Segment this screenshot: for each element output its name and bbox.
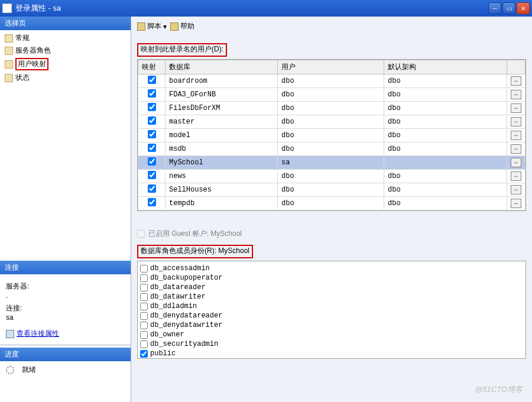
map-checkbox[interactable] — [148, 184, 156, 193]
cell-db: model — [166, 129, 278, 142]
map-checkbox[interactable] — [148, 157, 156, 166]
table-row[interactable]: tempdbdbodbo… — [138, 197, 525, 210]
cell-db: SellHouses — [166, 183, 278, 197]
role-checkbox[interactable] — [140, 322, 148, 329]
browse-schema-button[interactable]: … — [511, 131, 521, 140]
cell-user: dbo — [278, 170, 384, 183]
browse-schema-button[interactable]: … — [511, 144, 521, 154]
spinner-icon — [6, 366, 14, 374]
sidebar-item-label: 用户映射 — [18, 60, 46, 68]
cell-user: dbo — [278, 142, 384, 156]
map-checkbox[interactable] — [148, 144, 156, 152]
sidebar-item-0[interactable]: 常规 — [0, 32, 131, 44]
sidebar-item-2[interactable]: 用户映射 — [0, 57, 131, 72]
map-checkbox[interactable] — [148, 171, 156, 179]
col-db[interactable]: 数据库 — [166, 60, 278, 74]
server-value: . — [6, 291, 125, 300]
map-checkbox[interactable] — [148, 89, 156, 98]
table-row[interactable]: newsdbodbo… — [138, 170, 525, 183]
cell-db: FDA3_OForNB — [166, 88, 278, 102]
role-item[interactable]: db_ddladmin — [140, 302, 523, 311]
role-item[interactable]: db_owner — [140, 330, 523, 339]
cell-db: msdb — [166, 142, 278, 156]
mapping-label: 映射到此登录名的用户(D): — [141, 45, 223, 53]
browse-schema-button[interactable]: … — [511, 185, 521, 194]
minimize-button[interactable]: ─ — [488, 2, 501, 14]
role-item[interactable]: db_datawriter — [140, 292, 523, 302]
progress-status: 就绪 — [22, 365, 36, 374]
role-item[interactable]: db_accessadmin — [140, 264, 523, 273]
map-checkbox[interactable] — [148, 130, 156, 138]
map-checkbox[interactable] — [148, 103, 156, 111]
mapping-label-highlight: 映射到此登录名的用户(D): — [137, 43, 227, 57]
role-name: db_datareader — [150, 283, 206, 291]
role-item[interactable]: db_denydatareader — [140, 311, 523, 320]
role-item[interactable]: db_denydatawriter — [140, 320, 523, 330]
col-user[interactable]: 用户 — [278, 60, 384, 74]
map-checkbox[interactable] — [148, 198, 156, 206]
map-checkbox[interactable] — [148, 76, 156, 84]
mapping-table: 映射 数据库 用户 默认架构 boardroomdbodbo…FDA3_OFor… — [138, 60, 525, 210]
cell-db: tempdb — [166, 197, 278, 210]
role-name: db_denydatawriter — [150, 321, 222, 329]
role-checkbox[interactable] — [140, 265, 148, 273]
server-label: 服务器: — [6, 281, 125, 291]
cell-user: sa — [278, 156, 384, 170]
guest-label: 已启用 Guest 帐户: MySchool — [148, 229, 242, 239]
role-name: db_denydatareader — [150, 312, 222, 320]
table-row[interactable]: FDA3_OForNBdbodbo… — [138, 88, 525, 102]
sidebar-item-1[interactable]: 服务器角色 — [0, 44, 131, 57]
sidebar-item-3[interactable]: 状态 — [0, 72, 131, 84]
table-row[interactable]: boardroomdbodbo… — [138, 74, 525, 88]
browse-schema-button[interactable]: … — [511, 117, 521, 127]
dropdown-icon: ▾ — [163, 22, 167, 31]
script-button[interactable]: 脚本 ▾ — [137, 21, 167, 31]
maximize-button[interactable]: ▭ — [502, 2, 515, 14]
role-item[interactable]: db_securityadmin — [140, 339, 523, 349]
map-checkbox[interactable] — [148, 116, 156, 125]
sidebar-item-label: 常规 — [15, 33, 30, 43]
browse-schema-button[interactable]: … — [511, 171, 521, 181]
sidebar-item-label: 状态 — [15, 73, 30, 83]
cell-schema: dbo — [384, 142, 507, 156]
window-buttons: ─ ▭ ✕ — [488, 2, 530, 14]
browse-schema-button[interactable]: … — [511, 158, 521, 167]
table-row[interactable]: masterdbodbo… — [138, 115, 525, 129]
browse-schema-button[interactable]: … — [511, 76, 521, 86]
help-label: 帮助 — [180, 21, 194, 31]
page-icon — [5, 47, 13, 55]
view-connection-props-link[interactable]: 查看连接属性 — [17, 329, 59, 339]
browse-schema-button[interactable]: … — [511, 199, 521, 208]
watermark: @51CTO博客 — [475, 384, 523, 395]
table-row[interactable]: MySchoolsa… — [138, 156, 525, 170]
browse-schema-button[interactable]: … — [511, 103, 521, 113]
app-icon — [2, 4, 12, 13]
toolbar: 脚本 ▾ 帮助 — [137, 20, 526, 36]
browse-schema-button[interactable]: … — [511, 90, 521, 99]
cell-user: dbo — [278, 88, 384, 102]
help-button[interactable]: 帮助 — [170, 21, 194, 31]
role-item[interactable]: db_datareader — [140, 283, 523, 292]
role-checkbox[interactable] — [140, 350, 148, 358]
role-checkbox[interactable] — [140, 341, 148, 348]
col-schema[interactable]: 默认架构 — [384, 60, 507, 74]
table-row[interactable]: msdbdbodbo… — [138, 142, 525, 156]
role-item[interactable]: db_backupoperator — [140, 273, 523, 283]
nav-list: 常规服务器角色用户映射状态 — [0, 30, 131, 86]
cell-user: dbo — [278, 197, 384, 210]
role-checkbox[interactable] — [140, 303, 148, 310]
role-checkbox[interactable] — [140, 293, 148, 301]
close-button[interactable]: ✕ — [517, 2, 530, 14]
role-item[interactable]: public — [140, 349, 523, 358]
help-icon — [170, 22, 179, 31]
role-checkbox[interactable] — [140, 331, 148, 339]
cell-user: dbo — [278, 183, 384, 197]
role-checkbox[interactable] — [140, 312, 148, 320]
table-row[interactable]: SellHousesdbodbo… — [138, 183, 525, 197]
col-map[interactable]: 映射 — [138, 60, 166, 74]
table-row[interactable]: modeldbodbo… — [138, 129, 525, 142]
role-checkbox[interactable] — [140, 284, 148, 291]
role-name: db_owner — [150, 330, 184, 339]
table-row[interactable]: FilesDbForXMdbodbo… — [138, 102, 525, 115]
role-checkbox[interactable] — [140, 274, 148, 282]
